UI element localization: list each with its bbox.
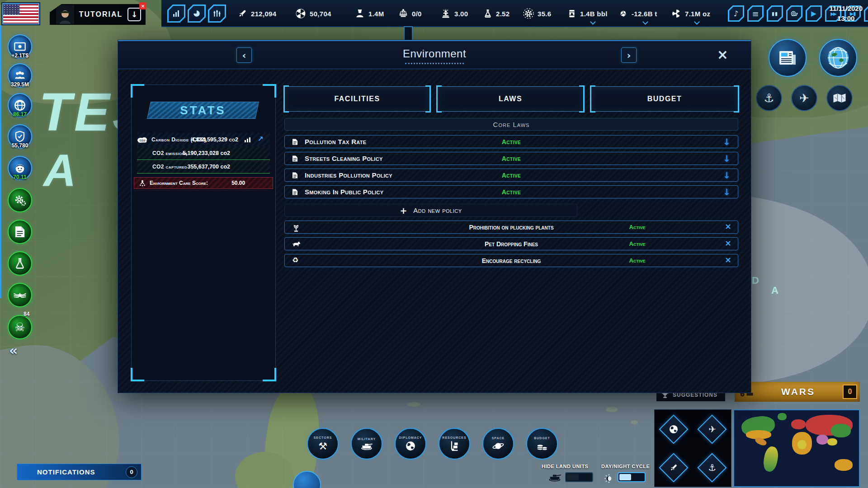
- trend-up-icon[interactable]: ↗: [258, 135, 264, 143]
- island: [407, 402, 420, 407]
- resource-production[interactable]: 35.6: [523, 0, 551, 27]
- law-row-industries-pollution[interactable]: Industries Pollution Policy Active ↓: [284, 169, 738, 182]
- music-button[interactable]: ♪: [728, 5, 744, 22]
- settings-button[interactable]: [8, 188, 32, 212]
- resource-satellites[interactable]: 0/0: [398, 0, 422, 27]
- day-night-toggle[interactable]: [618, 472, 646, 482]
- tutorial-panel[interactable]: TUTORIAL ↓: [50, 4, 146, 25]
- co2-main-row: CO2 Carbon Dioxide (CO2) 4,834,595,329 c…: [137, 133, 270, 146]
- globe-mode-button[interactable]: [659, 414, 689, 444]
- satellite-icon: [398, 9, 408, 19]
- care-score-value: 50.00: [231, 180, 245, 186]
- law-row-smoking-public[interactable]: Smoking In Public Policy Active ↓: [284, 185, 738, 198]
- tutorial-close-badge[interactable]: ×: [139, 2, 146, 9]
- world-map-button[interactable]: [819, 39, 857, 77]
- next-page-button[interactable]: ›: [621, 47, 637, 63]
- stats-sliders-button[interactable]: [208, 5, 226, 23]
- map-mode-button[interactable]: [826, 85, 853, 111]
- resources-button[interactable]: RESOURCES: [439, 428, 470, 460]
- law-status: Active: [285, 138, 738, 145]
- log-button[interactable]: ≡: [747, 5, 764, 22]
- map-label-letter: D: [752, 275, 762, 286]
- military-power-value: 55,780: [0, 142, 40, 149]
- notifications-bar[interactable]: NOTIFICATIONS 0: [17, 464, 142, 480]
- add-new-policy-button[interactable]: + Add new policy: [284, 204, 577, 217]
- hide-land-units-toggle[interactable]: [565, 472, 593, 482]
- law-expand-arrow[interactable]: ↓: [723, 170, 731, 181]
- policy-status: Active: [629, 224, 646, 230]
- oil-expand-chevron[interactable]: [590, 19, 596, 25]
- resource-oil[interactable]: 1.4B bbl: [567, 0, 608, 27]
- modal-close-button[interactable]: ×: [717, 47, 728, 62]
- pie-chart-button[interactable]: [188, 5, 206, 23]
- map-label-letter: A: [771, 285, 781, 296]
- resource-manpower[interactable]: 1.4M: [355, 0, 384, 27]
- sidebar-collapse-button[interactable]: «: [9, 343, 18, 358]
- law-expand-arrow[interactable]: ↓: [723, 187, 731, 197]
- resource-nuclear[interactable]: 50,704: [295, 0, 331, 27]
- missile-mode-button[interactable]: [659, 453, 689, 482]
- anchor-icon: ⚓: [764, 91, 774, 105]
- game-screen: TES A D A 212,094 50,704 1.4M 0/0 3.00: [0, 0, 868, 488]
- wars-panel[interactable]: WARS 0: [735, 382, 860, 402]
- day-night-label: DAY/NIGHT CYCLE: [601, 464, 650, 469]
- military-button[interactable]: MILITARY: [351, 428, 382, 460]
- happiness-value: 70.11: [0, 174, 40, 180]
- naval-mode-button[interactable]: ⚓: [697, 453, 726, 482]
- diplomacy-button[interactable]: DIPLOMACY: [395, 428, 426, 460]
- play-icon: ▶: [807, 7, 821, 20]
- policy-row-encourage-recycling[interactable]: ♻ Encourage recycling Active ×: [284, 254, 738, 267]
- law-expand-arrow[interactable]: ↓: [723, 136, 731, 147]
- resource-monuments[interactable]: 3.00: [441, 0, 468, 27]
- world-approval-value: 86.17: [0, 111, 40, 117]
- resource-coal[interactable]: -12.6B t: [618, 0, 657, 27]
- news-button[interactable]: [769, 39, 807, 77]
- care-score-label: Enviornment Care Score:: [150, 180, 208, 186]
- tutorial-download-button[interactable]: ↓: [127, 8, 141, 21]
- space-button[interactable]: SPACE: [482, 428, 514, 460]
- sectors-button[interactable]: SECTORS⚒: [307, 428, 339, 460]
- policy-remove-button[interactable]: ×: [725, 238, 731, 248]
- satellites-value: 0/0: [412, 10, 422, 18]
- minimap[interactable]: [733, 409, 860, 487]
- airforce-button[interactable]: ✈: [791, 85, 817, 111]
- policy-remove-button[interactable]: ×: [725, 255, 731, 264]
- research-button[interactable]: [8, 251, 32, 276]
- resource-missiles[interactable]: 212,094: [237, 0, 276, 27]
- oil-barrel-icon: [567, 9, 576, 19]
- missile-icon: [237, 9, 247, 19]
- pause-button[interactable]: ▮▮: [767, 5, 783, 22]
- gold-expand-chevron[interactable]: [694, 19, 700, 25]
- air-mode-button[interactable]: ✈: [697, 414, 726, 444]
- play-button[interactable]: ▶: [806, 5, 822, 22]
- policy-name: Prohibition on plucking plants: [285, 224, 738, 231]
- resource-gold[interactable]: 7.1M oz: [671, 0, 710, 27]
- minimap-mode-panel: ✈ ⚓: [654, 409, 731, 487]
- policy-remove-button[interactable]: ×: [725, 221, 731, 231]
- law-row-pollution-tax[interactable]: Pollution Tax Rate Active ↓: [284, 135, 738, 148]
- charts-button[interactable]: [167, 5, 185, 23]
- saturn-icon: [492, 441, 504, 451]
- game-time: 13:00: [830, 14, 863, 23]
- policy-row-pet-dropping[interactable]: Pet Dropping Fines Active ×: [284, 237, 738, 250]
- law-row-streets-cleaning[interactable]: Streets Cleaning Policy Active ↓: [284, 152, 738, 165]
- home-button[interactable]: ⌂: [864, 5, 868, 22]
- tab-facilities[interactable]: FACILITIES: [284, 86, 430, 112]
- military-wings-button[interactable]: [8, 283, 32, 307]
- laws-button[interactable]: [8, 220, 32, 244]
- coal-expand-chevron[interactable]: [642, 19, 648, 25]
- topbar-center-tab[interactable]: [404, 26, 413, 41]
- law-expand-arrow[interactable]: ↓: [723, 153, 731, 164]
- resource-research[interactable]: 2.52: [483, 0, 509, 27]
- country-flag-usa[interactable]: [2, 3, 39, 24]
- threat-button[interactable]: ☠: [8, 315, 32, 339]
- wars-count-badge: 0: [843, 385, 857, 399]
- sectors-label: SECTORS: [314, 436, 332, 439]
- policy-row-plucking-plants[interactable]: Prohibition on plucking plants Active ×: [284, 221, 738, 234]
- budget-button[interactable]: BUDGET: [526, 428, 558, 460]
- tab-laws[interactable]: LAWS: [437, 86, 584, 112]
- slow-speed-button[interactable]: [786, 5, 802, 22]
- naval-button[interactable]: ⚓: [756, 85, 782, 111]
- prev-page-button[interactable]: ‹: [236, 47, 252, 63]
- tab-budget[interactable]: BUDGET: [591, 86, 738, 112]
